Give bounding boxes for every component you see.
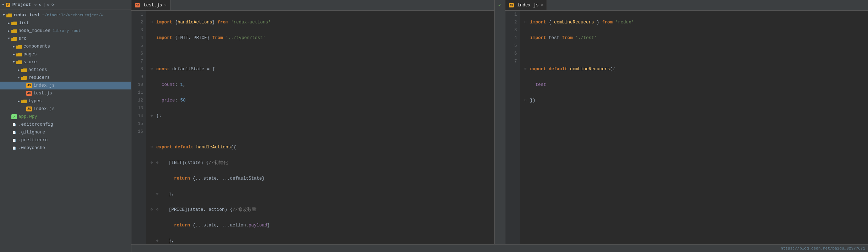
tree-item-store[interactable]: store: [0, 58, 131, 66]
code-line: ⊖⊖ [INIT](state) {//初始化: [151, 159, 494, 167]
root-label: redux_test: [13, 13, 40, 18]
sidebar-icons: ⚙ ↻ | ⚙ ⟳: [34, 3, 54, 7]
file-tree: redux_test ~/MineFile/WeChatProject/W di…: [0, 10, 131, 252]
folder-icon: [21, 76, 27, 80]
item-label: index.js: [33, 83, 55, 88]
tab-label: test.js: [143, 3, 162, 8]
project-icon: P: [6, 3, 10, 7]
code-content-right[interactable]: ⊖import { combineReducers } from 'redux'…: [520, 11, 868, 244]
code-content-left[interactable]: ⊖import {handleActions} from 'redux-acti…: [146, 11, 494, 244]
folder-icon: [6, 13, 12, 17]
folder-icon: [16, 52, 22, 56]
wpy-icon: ✓: [11, 114, 17, 119]
code-line: ⊖ },: [151, 190, 494, 198]
folder-icon: [11, 37, 17, 41]
item-label: index.js: [33, 106, 55, 111]
folder-icon: [16, 60, 22, 64]
sidebar-collapse-icon[interactable]: ▼: [2, 3, 4, 7]
tree-item-prettierrc[interactable]: 📄 .prettierrc: [0, 136, 131, 144]
item-label: .editorconfig: [18, 122, 53, 127]
sidebar-header: ▼ P Project ⚙ ↻ | ⚙ ⟳: [0, 0, 131, 10]
tab-index-js[interactable]: JS index.js ×: [505, 0, 547, 10]
sidebar-title: Project: [12, 2, 31, 7]
item-label: pages: [23, 52, 37, 57]
tree-item-pages[interactable]: pages: [0, 50, 131, 58]
item-label: dist: [18, 21, 29, 26]
file-icon: 📄: [11, 122, 17, 127]
tab-close-button[interactable]: ×: [541, 3, 543, 7]
folder-icon: [21, 99, 27, 103]
tree-item-gitignore[interactable]: 📄 .gitignore: [0, 128, 131, 136]
item-label: .prettierrc: [18, 138, 48, 143]
file-icon: 📄: [11, 146, 17, 150]
js-icon: JS: [26, 91, 32, 96]
file-icon: 📄: [11, 130, 17, 135]
code-line: [151, 50, 494, 57]
code-line: ⊖const defaultState = {: [151, 65, 494, 73]
code-line: import {INIT, PRICE} from '../types/test…: [151, 34, 494, 42]
code-line: ⊖ },: [151, 237, 494, 244]
tree-item-types[interactable]: types: [0, 97, 131, 105]
tree-root[interactable]: redux_test ~/MineFile/WeChatProject/W: [0, 11, 131, 19]
line-numbers-right: 12345 67: [505, 11, 520, 244]
root-path: ~/MineFile/WeChatProject/W: [42, 13, 103, 17]
code-line: [525, 112, 868, 120]
arrow-icon: [6, 37, 11, 40]
editor-right: JS index.js × 12345 67 ⊖import { combine…: [505, 0, 868, 244]
item-label: types: [28, 99, 42, 104]
code-line: ⊖export default combineReducers({: [525, 65, 868, 73]
arrow-icon: [16, 99, 21, 103]
folder-icon: [11, 29, 17, 33]
code-line: ⊖⊖ [PRICE](state, action) {//修改数量: [151, 206, 494, 214]
item-label: src: [18, 36, 27, 41]
tab-icon: JS: [135, 3, 140, 7]
editor-left: JS test.js × 12345 678910 1112131415 16 …: [131, 0, 495, 244]
sidebar: ▼ P Project ⚙ ↻ | ⚙ ⟳ redux_test ~/MineF…: [0, 0, 131, 252]
tree-item-components[interactable]: components: [0, 43, 131, 50]
code-area-right[interactable]: 12345 67 ⊖import { combineReducers } fro…: [505, 11, 868, 244]
status-bar: https://blog.csdn.net/baidu_32377671: [131, 244, 868, 252]
editor-area: JS test.js × 12345 678910 1112131415 16 …: [131, 0, 868, 252]
code-line: count: 1,: [151, 81, 494, 89]
folder-icon: [11, 21, 17, 25]
code-line: price: 50: [151, 97, 494, 104]
tab-close-button[interactable]: ×: [164, 3, 167, 7]
code-line: [525, 50, 868, 57]
item-label: components: [23, 44, 50, 49]
code-line: [151, 128, 494, 136]
tree-item-actions[interactable]: actions: [0, 66, 131, 74]
item-label: app.wpy: [18, 114, 37, 119]
code-line: return {...state, ...action.payload}: [151, 221, 494, 229]
arrow-icon: [6, 29, 11, 33]
tree-item-src[interactable]: src: [0, 35, 131, 43]
tree-item-dist[interactable]: dist: [0, 19, 131, 27]
item-secondary: library root: [53, 29, 81, 33]
tree-item-node-modules[interactable]: node_modules library root: [0, 27, 131, 35]
tree-item-index-js-1[interactable]: JS index.js: [0, 82, 131, 89]
status-url: https://blog.csdn.net/baidu_32377671: [781, 246, 865, 251]
arrow-icon: [6, 21, 11, 25]
tree-item-editorconfig[interactable]: 📄 .editorconfig: [0, 121, 131, 128]
item-label: .gitignore: [18, 130, 45, 135]
code-line: ⊖import {handleActions} from 'redux-acti…: [151, 18, 494, 26]
line-numbers-left: 12345 678910 1112131415 16: [131, 11, 146, 244]
tree-item-reducers[interactable]: reducers: [0, 74, 131, 82]
item-label: actions: [28, 67, 47, 72]
tree-item-wepycache[interactable]: 📄 .wepycache: [0, 144, 131, 152]
tab-bar-left: JS test.js ×: [131, 0, 494, 11]
tab-label: index.js: [517, 3, 539, 8]
tab-test-js[interactable]: JS test.js ×: [131, 0, 170, 10]
code-line: ⊖import { combineReducers } from 'redux': [525, 18, 868, 26]
arrow-icon: [11, 53, 16, 56]
arrow-icon: [1, 13, 6, 17]
item-label: reducers: [28, 75, 50, 80]
tree-item-app-wpy[interactable]: ✓ app.wpy: [0, 113, 131, 121]
code-line: import test from './test': [525, 34, 868, 42]
arrow-icon: [11, 45, 16, 49]
item-label: node_modules: [18, 28, 50, 33]
code-area-left[interactable]: 12345 678910 1112131415 16 ⊖import {hand…: [131, 11, 494, 244]
item-label: .wepycache: [18, 146, 45, 150]
code-line: ⊖};: [151, 112, 494, 120]
tree-item-index-js-2[interactable]: JS index.js: [0, 105, 131, 113]
tree-item-test-js-1[interactable]: JS test.js: [0, 89, 131, 97]
